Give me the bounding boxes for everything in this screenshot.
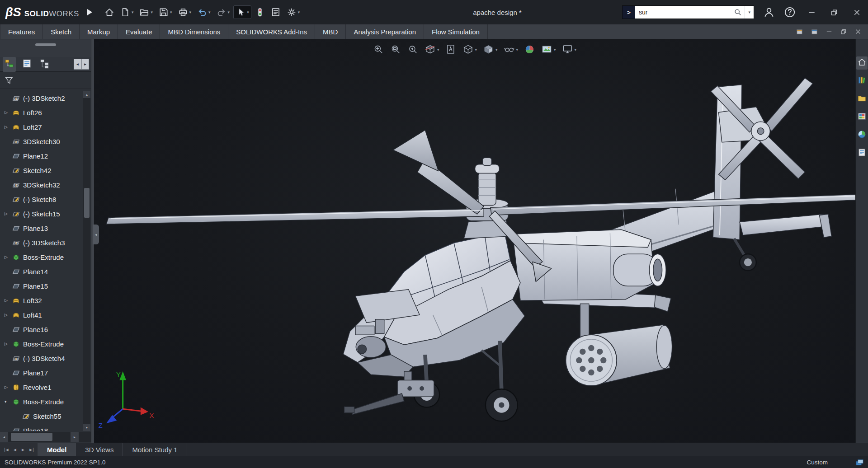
expand-arrow-icon[interactable]: ▷ bbox=[5, 211, 12, 216]
expand-arrow-icon[interactable]: ▷ bbox=[5, 255, 12, 259]
dropdown-caret-icon[interactable]: ▾ bbox=[151, 10, 153, 14]
scrollbar-thumb[interactable] bbox=[84, 188, 90, 218]
tree-item-revolve1[interactable]: ▷Revolve1 bbox=[0, 380, 83, 394]
doc-close-button[interactable] bbox=[854, 28, 862, 35]
scrollbar-thumb[interactable] bbox=[11, 433, 52, 441]
view-palette-icon[interactable] bbox=[856, 111, 868, 124]
tp-home-icon[interactable] bbox=[856, 56, 868, 70]
dropdown-caret-icon[interactable]: ▾ bbox=[554, 47, 556, 52]
configuration-manager-icon[interactable] bbox=[38, 57, 51, 72]
tree-horizontal-scrollbar[interactable]: ◄ ► bbox=[0, 432, 91, 442]
dropdown-caret-icon[interactable]: ▾ bbox=[495, 47, 498, 52]
display-style-button[interactable]: ▾ bbox=[482, 43, 499, 56]
tab-mbd-dimensions[interactable]: MBD Dimensions bbox=[160, 24, 228, 39]
expand-arrow-icon[interactable]: ▷ bbox=[5, 298, 12, 303]
tree-item-plane18[interactable]: Plane18 bbox=[0, 423, 83, 431]
dropdown-caret-icon[interactable]: ▾ bbox=[132, 10, 134, 14]
selection-lights-button[interactable] bbox=[253, 5, 267, 19]
custom-properties-icon[interactable] bbox=[856, 147, 868, 160]
doc-restore-button[interactable] bbox=[840, 28, 847, 35]
cascade-windows-icon[interactable] bbox=[796, 28, 803, 36]
tree-item-sketch42[interactable]: Sketch42 bbox=[0, 163, 83, 178]
play-icon[interactable] bbox=[87, 9, 92, 15]
tab-markup[interactable]: Markup bbox=[80, 24, 118, 39]
tab-features[interactable]: Features bbox=[0, 24, 43, 39]
tree-item-3dsketch2[interactable]: 3D(-) 3DSketch2 bbox=[0, 91, 83, 105]
tree-item-plane13[interactable]: Plane13 bbox=[0, 221, 83, 235]
display-manager-icon[interactable] bbox=[20, 57, 33, 72]
view-orientation-button[interactable]: ▾ bbox=[461, 43, 478, 56]
dropdown-caret-icon[interactable]: ▾ bbox=[228, 10, 230, 14]
dropdown-caret-icon[interactable]: ▾ bbox=[208, 10, 211, 14]
tree-item-sketch55[interactable]: Sketch55 bbox=[0, 409, 83, 423]
previous-tab-icon[interactable]: ◄ bbox=[11, 447, 18, 452]
search-command-icon[interactable]: > bbox=[623, 6, 635, 19]
scroll-tabs-left-icon[interactable]: ◄ bbox=[74, 59, 81, 70]
restore-button[interactable] bbox=[827, 5, 841, 19]
tab-solidworks-add-ins[interactable]: SOLIDWORKS Add-Ins bbox=[228, 24, 315, 39]
next-tab-icon[interactable]: ► bbox=[19, 447, 26, 452]
section-view-button[interactable]: ▾ bbox=[424, 43, 440, 56]
apply-scene-button[interactable]: ▾ bbox=[540, 43, 557, 56]
select-cursor-button[interactable]: ▾ bbox=[233, 5, 251, 19]
scroll-tabs-right-icon[interactable]: ► bbox=[81, 59, 89, 70]
first-tab-icon[interactable]: |◄ bbox=[3, 447, 10, 452]
dropdown-caret-icon[interactable]: ▾ bbox=[189, 10, 192, 14]
tree-item-plane14[interactable]: Plane14 bbox=[0, 264, 83, 279]
edit-appearance-button[interactable] bbox=[523, 43, 536, 56]
tree-item-sketch15[interactable]: ▷(-) Sketch15 bbox=[0, 206, 83, 221]
dropdown-caret-icon[interactable]: ▾ bbox=[516, 47, 519, 52]
tab-flow-simulation[interactable]: Flow Simulation bbox=[424, 24, 488, 39]
account-icon[interactable] bbox=[763, 6, 775, 18]
tree-item-loft32[interactable]: ▷Loft32 bbox=[0, 293, 83, 308]
scroll-down-icon[interactable]: ▼ bbox=[83, 424, 90, 431]
tree-item-3dsketch30[interactable]: 3D3DSketch30 bbox=[0, 134, 83, 149]
tree-item-plane17[interactable]: Plane17 bbox=[0, 365, 83, 380]
status-custom-label[interactable]: Custom bbox=[807, 459, 828, 466]
help-icon[interactable] bbox=[784, 6, 796, 18]
doc-tab-motion-study-1[interactable]: Motion Study 1 bbox=[123, 443, 187, 456]
search-dropdown-icon[interactable]: ▾ bbox=[745, 6, 754, 19]
open-button[interactable]: ▾ bbox=[137, 5, 155, 19]
panel-collapse-handle[interactable]: ◄ bbox=[93, 225, 99, 244]
tab-sketch[interactable]: Sketch bbox=[43, 24, 80, 39]
doc-tab-model[interactable]: Model bbox=[38, 443, 76, 456]
tree-item-plane16[interactable]: Plane16 bbox=[0, 322, 83, 337]
close-button[interactable] bbox=[850, 5, 863, 19]
tab-mbd[interactable]: MBD bbox=[315, 24, 346, 39]
expand-arrow-icon[interactable]: ▷ bbox=[5, 110, 12, 115]
helicopter-model[interactable]: Y X Z bbox=[94, 39, 855, 443]
collapse-arrow-icon[interactable]: ▾ bbox=[5, 399, 12, 404]
expand-arrow-icon[interactable]: ▷ bbox=[5, 313, 12, 317]
tree-item-3dsketch4[interactable]: 3D(-) 3DSketch4 bbox=[0, 351, 83, 365]
scroll-right-icon[interactable]: ► bbox=[71, 432, 79, 442]
feature-manager-tree-icon[interactable] bbox=[3, 57, 16, 72]
minimize-button[interactable] bbox=[805, 5, 818, 19]
file-explorer-icon[interactable] bbox=[856, 93, 868, 106]
dropdown-caret-icon[interactable]: ▾ bbox=[170, 10, 172, 14]
hide-show-items-button[interactable]: ▾ bbox=[503, 43, 519, 56]
tree-item-loft27[interactable]: ▷Loft27 bbox=[0, 120, 83, 134]
expand-arrow-icon[interactable]: ▷ bbox=[5, 342, 12, 346]
dropdown-caret-icon[interactable]: ▾ bbox=[575, 47, 577, 52]
save-button[interactable]: ▾ bbox=[156, 5, 175, 19]
expand-arrow-icon[interactable]: ▷ bbox=[5, 125, 12, 129]
annotation-views-button[interactable] bbox=[444, 43, 457, 56]
tree-item-boss-extrude[interactable]: ▷Boss-Extrude bbox=[0, 250, 83, 264]
gear-button[interactable]: ▾ bbox=[284, 5, 302, 19]
scroll-up-icon[interactable]: ▲ bbox=[83, 91, 90, 98]
last-tab-icon[interactable]: ►| bbox=[28, 447, 34, 452]
tree-item-loft41[interactable]: ▷Loft41 bbox=[0, 308, 83, 322]
search-icon[interactable] bbox=[734, 8, 742, 16]
tree-item-plane15[interactable]: Plane15 bbox=[0, 279, 83, 293]
design-library-icon[interactable] bbox=[856, 75, 868, 88]
scroll-left-icon[interactable]: ◄ bbox=[0, 432, 8, 442]
tab-analysis-preparation[interactable]: Analysis Preparation bbox=[346, 24, 424, 39]
tree-item-boss-extrude[interactable]: ▷Boss-Extrude bbox=[0, 337, 83, 351]
dropdown-caret-icon[interactable]: ▾ bbox=[247, 10, 249, 14]
search-box[interactable]: > ▾ bbox=[622, 5, 754, 19]
appearances-icon[interactable] bbox=[856, 129, 868, 142]
zoom-area-button[interactable] bbox=[389, 43, 402, 56]
tile-windows-icon[interactable] bbox=[811, 28, 818, 36]
panel-grip[interactable] bbox=[0, 39, 91, 57]
